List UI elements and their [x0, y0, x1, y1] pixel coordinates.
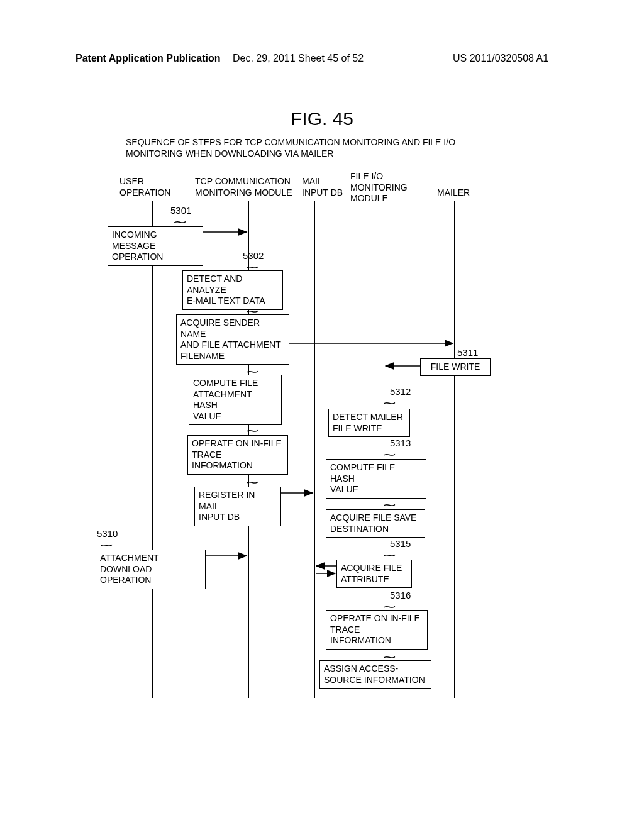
ref-5316: 5316 [390, 590, 411, 600]
step-compute-file-hash: COMPUTE FILE HASH VALUE [326, 459, 426, 499]
step-incoming-message: INCOMING MESSAGE OPERATION [108, 226, 203, 266]
figure-title: FIG. 45 [0, 108, 644, 130]
step-file-write: FILE WRITE [420, 358, 491, 376]
step-operate-trace-left: OPERATE ON IN-FILE TRACE INFORMATION [187, 435, 288, 475]
ref-5302: 5302 [243, 250, 264, 261]
ref-5311: 5311 [457, 347, 478, 358]
tilde-5312: ∼ [382, 396, 397, 410]
page: Patent Application Publication Dec. 29, … [0, 0, 644, 830]
lifeline-user [152, 201, 153, 698]
ref-5301: 5301 [170, 205, 191, 216]
step-attachment-download: ATTACHMENT DOWNLOAD OPERATION [96, 550, 206, 589]
ref-5312: 5312 [390, 386, 411, 397]
step-register-mail-db: REGISTER IN MAIL INPUT DB [194, 487, 281, 526]
subtitle-line1: SEQUENCE OF STEPS FOR TCP COMMUNICATION … [126, 137, 455, 147]
step-acquire-sender-filename: ACQUIRE SENDER NAME AND FILE ATTACHMENT … [176, 314, 289, 365]
lane-file-io-monitoring-module: FILE I/O MONITORING MODULE [350, 171, 408, 204]
pub-number: US 2011/0320508 A1 [453, 53, 548, 64]
step-operate-trace-right: OPERATE ON IN-FILE TRACE INFORMATION [326, 610, 428, 650]
lifeline-maildb [314, 201, 315, 698]
step-assign-access-source: ASSIGN ACCESS- SOURCE INFORMATION [319, 660, 431, 689]
ref-5313: 5313 [390, 438, 411, 448]
step-compute-attachment-hash: COMPUTE FILE ATTACHMENT HASH VALUE [189, 375, 282, 425]
lane-tcp-monitoring-module: TCP COMMUNICATION MONITORING MODULE [195, 176, 292, 198]
subtitle-line2: MONITORING WHEN DOWNLOADING VIA MAILER [126, 148, 333, 158]
lane-mailer: MAILER [437, 187, 470, 199]
lane-user-operation: USER OPERATION [119, 176, 170, 198]
pub-type: Patent Application Publication [75, 53, 221, 64]
lifeline-mailer [454, 201, 455, 698]
lane-mail-input-db: MAIL INPUT DB [302, 176, 343, 198]
step-detect-mailer-write: DETECT MAILER FILE WRITE [328, 409, 410, 437]
step-detect-analyze-email: DETECT AND ANALYZE E-MAIL TEXT DATA [182, 270, 283, 310]
diagram-subtitle: SEQUENCE OF STEPS FOR TCP COMMUNICATION … [126, 136, 455, 159]
ref-5310: 5310 [97, 528, 118, 539]
pub-date-sheet: Dec. 29, 2011 Sheet 45 of 52 [233, 53, 364, 64]
ref-5315: 5315 [390, 538, 411, 549]
step-acquire-file-attr: ACQUIRE FILE ATTRIBUTE [336, 560, 412, 588]
step-acquire-save-dest: ACQUIRE FILE SAVE DESTINATION [326, 509, 425, 538]
